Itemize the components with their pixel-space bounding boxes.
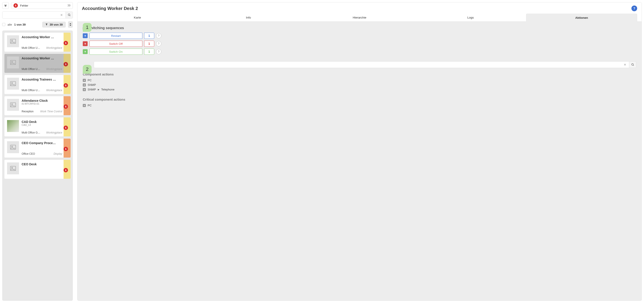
filter-count-label: 39 von 39 bbox=[50, 23, 63, 26]
tab-aktionen[interactable]: Aktionen bbox=[526, 14, 637, 22]
device-location: Multi Office U… bbox=[22, 68, 40, 70]
search-icon bbox=[631, 63, 634, 66]
device-title: CAD Desk bbox=[22, 120, 62, 124]
device-title: Accounting Trainees … bbox=[22, 78, 62, 81]
sequence-action-button[interactable]: Switch On bbox=[90, 48, 142, 55]
filter-pill[interactable]: 39 von 39 bbox=[42, 22, 66, 28]
component-item[interactable]: +SNMP▶Telephone bbox=[83, 87, 636, 92]
device-card[interactable]: CEO Company Proce…Office CEODisplay6 bbox=[4, 138, 70, 158]
status-filter-chip[interactable]: 6 Fehler 39 bbox=[11, 2, 73, 9]
search-icon bbox=[68, 14, 71, 16]
main-panel: Accounting Worker Desk 2 ? KarteInfoHier… bbox=[77, 2, 642, 301]
device-card[interactable]: Accounting Trainees …Multi Office U…Work… bbox=[4, 75, 70, 94]
collapse-button[interactable] bbox=[2, 2, 9, 9]
device-status-stripe: 6 bbox=[64, 33, 70, 52]
component-search-clear-icon[interactable]: ✕ bbox=[623, 63, 627, 66]
switching-section-title: Switching sequences bbox=[88, 26, 124, 30]
sequence-row: +Restart1? bbox=[83, 33, 636, 39]
device-status-badge: 6 bbox=[64, 126, 68, 130]
device-card-body: Accounting Trainees …Multi Office U…Work… bbox=[22, 75, 64, 94]
device-type: Workingplace bbox=[46, 68, 62, 70]
callout-1: 1 bbox=[83, 23, 92, 32]
svg-line-1 bbox=[70, 16, 70, 16]
component-label: PC bbox=[88, 78, 92, 82]
device-title: Accounting Worker … bbox=[22, 56, 62, 60]
critical-actions-title: Critical component actions bbox=[83, 98, 636, 101]
device-card[interactable]: CAD DeskCAD_13Multi Office G…Workingplac… bbox=[4, 118, 70, 136]
device-card[interactable]: Accounting Worker …Multi Office U…Workin… bbox=[4, 33, 70, 52]
device-card-body: CAD DeskCAD_13Multi Office G…Workingplac… bbox=[22, 118, 64, 136]
expand-icon[interactable]: + bbox=[83, 84, 86, 86]
sequence-row: +Switch Off1? bbox=[83, 40, 636, 47]
device-title: Accounting Worker … bbox=[22, 35, 62, 39]
chevron-right-icon: ▶ bbox=[98, 88, 100, 91]
sequence-action-button[interactable]: Switch Off bbox=[90, 40, 142, 47]
tab-hierarchie[interactable]: Hierarchie bbox=[304, 14, 415, 22]
search-input[interactable] bbox=[4, 14, 59, 17]
device-status-stripe: 6 bbox=[64, 96, 70, 115]
component-item[interactable]: +SNMP bbox=[83, 82, 636, 87]
component-item[interactable]: +PC bbox=[83, 103, 636, 108]
status-count: 39 bbox=[68, 4, 70, 7]
svg-marker-2 bbox=[70, 23, 71, 24]
svg-line-17 bbox=[633, 65, 634, 66]
device-card[interactable]: Attendance ClockiS-WTCRFID-01ReceptionWo… bbox=[4, 96, 70, 115]
component-search-button[interactable] bbox=[629, 61, 636, 68]
sequence-help-button[interactable]: ? bbox=[156, 33, 161, 38]
component-label: SNMP bbox=[88, 83, 96, 86]
sequence-add-button[interactable]: + bbox=[83, 49, 88, 54]
tab-logs[interactable]: Logs bbox=[415, 14, 526, 22]
sequence-count: 1 bbox=[144, 48, 154, 55]
sidebar: 6 Fehler 39 ✕ alle 1 von 39 39 von 39 bbox=[2, 2, 73, 301]
tab-karte[interactable]: Karte bbox=[82, 14, 193, 22]
device-type: Workingplace bbox=[46, 131, 62, 134]
sequence-help-button[interactable]: ? bbox=[156, 49, 161, 54]
device-status-badge: 6 bbox=[64, 62, 68, 66]
component-actions-title: Component actions bbox=[83, 72, 636, 76]
sequence-help-button[interactable]: ? bbox=[156, 41, 161, 46]
select-all-checkbox[interactable] bbox=[2, 23, 5, 26]
device-subtitle: iS-WTCRFID-01 bbox=[22, 102, 62, 105]
sequence-row: +Switch On1? bbox=[83, 48, 636, 55]
device-type: Workingplace bbox=[46, 46, 62, 50]
sequence-add-button[interactable]: + bbox=[83, 33, 88, 38]
component-label: PC bbox=[88, 104, 92, 107]
svg-point-11 bbox=[12, 104, 12, 104]
help-button[interactable]: ? bbox=[632, 6, 637, 11]
svg-point-9 bbox=[12, 82, 12, 84]
device-type: Display bbox=[54, 152, 62, 155]
sequence-action-button[interactable]: Restart bbox=[90, 33, 142, 39]
status-label: Fehler bbox=[20, 4, 65, 7]
expand-icon[interactable]: + bbox=[83, 79, 86, 82]
status-badge: 6 bbox=[14, 3, 18, 8]
search-button[interactable] bbox=[66, 12, 73, 18]
tab-info[interactable]: Info bbox=[193, 14, 304, 22]
device-card[interactable]: Accounting Worker …Multi Office U…Workin… bbox=[4, 54, 70, 73]
component-search-input[interactable] bbox=[96, 63, 623, 66]
device-status-stripe: 6 bbox=[64, 54, 70, 73]
component-label: SNMP bbox=[88, 88, 96, 91]
clear-search-icon[interactable]: ✕ bbox=[59, 13, 64, 17]
device-status-badge: 6 bbox=[64, 147, 68, 151]
device-thumb bbox=[7, 35, 19, 47]
expand-icon[interactable]: + bbox=[83, 104, 86, 107]
component-item[interactable]: +PC bbox=[83, 78, 636, 82]
callout-2: 2 bbox=[83, 65, 92, 74]
device-status-stripe: 6 bbox=[64, 138, 70, 158]
device-thumb bbox=[7, 162, 19, 174]
device-type: Workingplace bbox=[46, 89, 62, 92]
expand-icon[interactable]: + bbox=[83, 88, 86, 91]
device-status-stripe: 6 bbox=[64, 160, 70, 179]
main-body: 1 ▶ Switching sequences +Restart1?+Switc… bbox=[78, 22, 642, 300]
svg-point-13 bbox=[12, 146, 12, 147]
sequence-add-button[interactable]: + bbox=[83, 41, 88, 46]
sort-button[interactable] bbox=[68, 21, 73, 28]
sequence-count: 1 bbox=[144, 40, 154, 47]
device-list: Accounting Worker …Multi Office U…Workin… bbox=[2, 30, 73, 301]
device-card[interactable]: CEO Desk6 bbox=[4, 160, 70, 179]
sequence-count: 1 bbox=[144, 33, 154, 39]
funnel-icon bbox=[45, 23, 48, 26]
svg-point-0 bbox=[68, 14, 70, 16]
component-search-wrap: ✕ bbox=[94, 61, 629, 68]
device-card-body: CEO Company Proce…Office CEODisplay bbox=[22, 138, 64, 158]
